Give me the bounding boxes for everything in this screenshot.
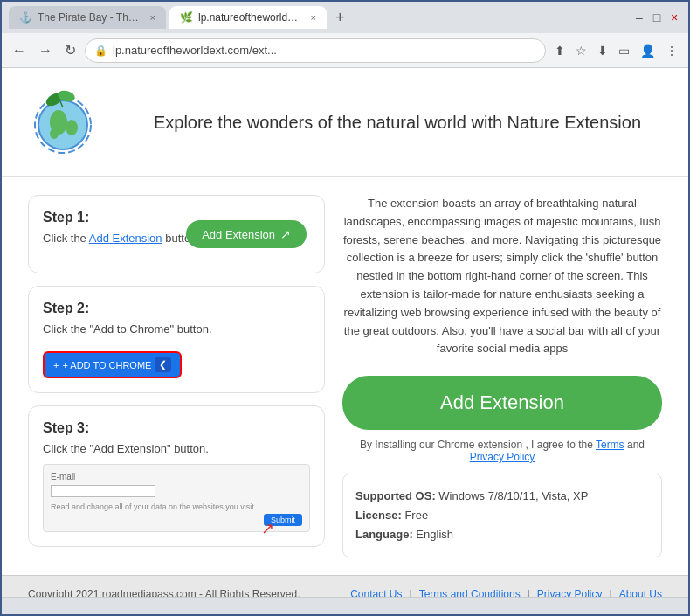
privacy-policy-link[interactable]: Privacy Policy [537, 588, 603, 597]
tab1-close[interactable]: × [150, 12, 155, 23]
header-title: Explore the wonders of the natural world… [133, 110, 662, 135]
tab2-icon: 🌿 [180, 11, 193, 24]
footer: Copyright 2021 roadmediapass.com - All R… [2, 575, 688, 597]
tab-inactive[interactable]: ⚓ The Pirate Bay - The galaxy's m... × [9, 6, 166, 29]
refresh-button[interactable]: ↻ [61, 38, 79, 62]
maximize-button[interactable]: □ [650, 10, 664, 24]
steps-column: Step 1: Click the Add Extension button a… [28, 195, 325, 557]
step3-box: Step 3: Click the "Add Extension" button… [28, 405, 325, 547]
share-icon: ❮ [155, 357, 171, 372]
tab-active[interactable]: 🌿 lp.natureoftheworldext.com/ext... × [169, 6, 327, 29]
chrome-btn-text: + ADD TO CHROME [62, 360, 151, 370]
divider3: | [610, 588, 612, 597]
address-text: lp.natureoftheworldext.com/ext... [113, 44, 277, 57]
os-value: Windows 7/8/10/11, Vista, XP [438, 489, 588, 502]
new-tab-button[interactable]: + [330, 9, 350, 27]
info-box: Supported OS: Windows 7/8/10/11, Vista, … [342, 474, 662, 557]
step1-text-before: Click the [43, 232, 89, 245]
install-note: By Installing our Chrome extension , I a… [342, 439, 662, 463]
step2-box: Step 2: Click the "Add to Chrome" button… [28, 286, 325, 393]
address-bar[interactable]: 🔒 lp.natureoftheworldext.com/ext... [85, 38, 546, 63]
footer-links: Contact Us | Terms and Conditions | Priv… [350, 588, 662, 597]
profile-button[interactable]: 👤 [637, 40, 659, 61]
nav-bar: ← → ↻ 🔒 lp.natureoftheworldext.com/ext..… [2, 33, 688, 68]
tab1-label: The Pirate Bay - The galaxy's m... [38, 11, 141, 24]
copyright-text: Copyright 2021 roadmediapass.com - All R… [28, 588, 300, 597]
step1-box: Step 1: Click the Add Extension button a… [28, 195, 325, 273]
language-value: English [416, 528, 453, 541]
step1-button-label: Add Extension [202, 228, 275, 241]
main-content: Step 1: Click the Add Extension button a… [2, 177, 688, 575]
form-label: E-mail [51, 472, 302, 481]
close-button[interactable]: × [667, 10, 681, 24]
step1-add-button[interactable]: Add Extension ↗ [186, 220, 307, 248]
os-row: Supported OS: Windows 7/8/10/11, Vista, … [355, 487, 649, 506]
divider2: | [528, 588, 530, 597]
status-bar [2, 597, 688, 614]
extension-button[interactable]: ▭ [615, 40, 633, 61]
step3-form-mock: E-mail Read and change all of your data … [43, 464, 310, 532]
license-label: License: [355, 509, 402, 522]
and-text: and [624, 439, 645, 451]
download-button[interactable]: ⬇ [594, 40, 611, 61]
globe-logo [28, 86, 98, 156]
step3-text: Click the "Add Extension" button. [43, 441, 310, 457]
step3-title: Step 3: [43, 420, 310, 436]
share-button[interactable]: ⬆ [551, 40, 569, 61]
tab2-close[interactable]: × [311, 12, 316, 23]
page-content: Explore the wonders of the natural world… [2, 68, 688, 597]
back-button[interactable]: ← [9, 39, 30, 62]
privacy-link[interactable]: Privacy Policy [470, 451, 535, 463]
terms-link[interactable]: Terms [596, 439, 624, 451]
divider1: | [410, 588, 412, 597]
title-bar: ⚓ The Pirate Bay - The galaxy's m... × 🌿… [2, 2, 688, 33]
menu-button[interactable]: ⋮ [662, 40, 681, 61]
plus-icon: + [53, 360, 59, 370]
license-row: License: Free [355, 506, 649, 525]
browser-frame: ⚓ The Pirate Bay - The galaxy's m... × 🌿… [0, 0, 690, 616]
language-label: Language: [355, 528, 413, 541]
terms-conditions-link[interactable]: Terms and Conditions [419, 588, 521, 597]
form-description: Read and change all of your data on the … [51, 502, 302, 511]
bookmark-button[interactable]: ☆ [572, 40, 590, 61]
forward-button[interactable]: → [35, 39, 56, 62]
step2-chrome-button-mock: + + ADD TO CHROME ❮ [43, 351, 182, 378]
svg-point-2 [66, 120, 78, 135]
logo-area [28, 86, 98, 159]
cursor-icon: ↗ [280, 227, 291, 241]
step1-link[interactable]: Add Extension [89, 232, 162, 245]
tab1-icon: ⚓ [19, 11, 32, 24]
about-us-link[interactable]: About Us [619, 588, 662, 597]
minimize-button[interactable]: – [632, 10, 646, 24]
contact-us-link[interactable]: Contact Us [350, 588, 402, 597]
arrow-indicator: ↗ [261, 519, 274, 538]
svg-point-3 [50, 128, 59, 139]
description-text: The extension boasts an array of breatht… [342, 195, 662, 358]
add-extension-button[interactable]: Add Extension [342, 376, 662, 430]
lock-icon: 🔒 [94, 45, 107, 57]
install-note-before: By Installing our Chrome extension , I a… [360, 439, 596, 451]
window-controls: – □ × [632, 10, 681, 24]
tab2-label: lp.natureoftheworldext.com/ext... [198, 11, 302, 24]
language-row: Language: English [355, 525, 649, 544]
os-label: Supported OS: [355, 489, 436, 502]
step2-text: Click the "Add to Chrome" button. [43, 322, 310, 337]
step2-title: Step 2: [43, 301, 310, 316]
header-section: Explore the wonders of the natural world… [2, 68, 688, 177]
license-value: Free [404, 509, 428, 522]
right-column: The extension boasts an array of breatht… [342, 195, 662, 557]
form-input-mock [51, 485, 155, 497]
